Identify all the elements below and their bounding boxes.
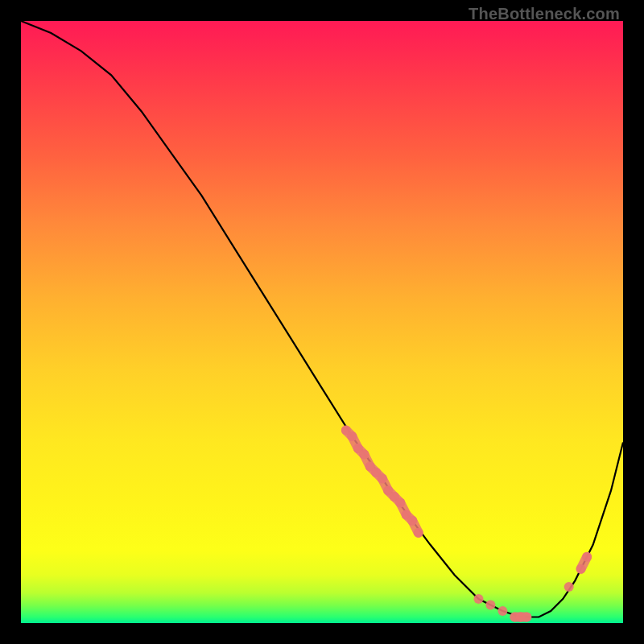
chart-gradient-area — [21, 21, 623, 623]
